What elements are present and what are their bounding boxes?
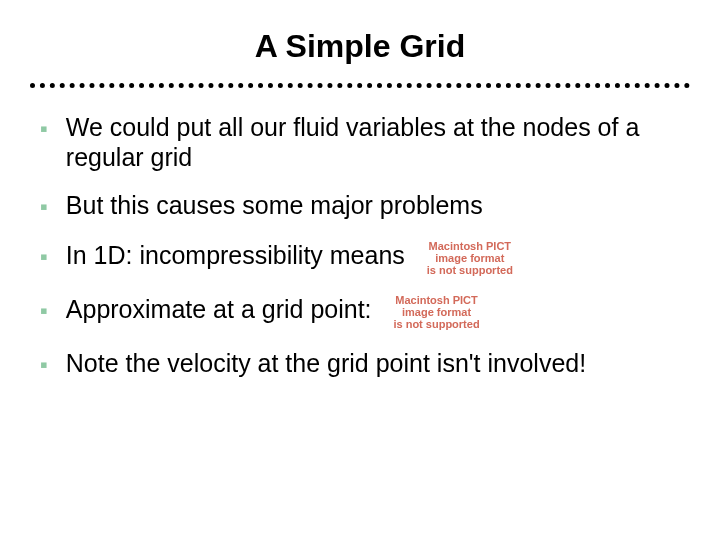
bullet-text: We could put all our fluid variables at … [66, 112, 680, 172]
bullet-icon: ▪ [40, 296, 48, 326]
bullet-icon: ▪ [40, 242, 48, 272]
bullet-body: In 1D: incompressibility means Macintosh… [66, 240, 680, 276]
pict-placeholder: Macintosh PICT image format is not suppo… [382, 294, 492, 330]
bullet-list: ▪ We could put all our fluid variables a… [0, 112, 720, 380]
bullet-text: In 1D: incompressibility means [66, 240, 405, 270]
pict-line: image format [382, 306, 492, 318]
bullet-body: Approximate at a grid point: Macintosh P… [66, 294, 680, 330]
bullet-text: Approximate at a grid point: [66, 294, 372, 324]
pict-line: is not supported [382, 318, 492, 330]
bullet-body: We could put all our fluid variables at … [66, 112, 680, 172]
list-item: ▪ Note the velocity at the grid point is… [40, 348, 680, 380]
slide: A Simple Grid ▪ We could put all our flu… [0, 0, 720, 540]
divider [30, 83, 690, 88]
bullet-icon: ▪ [40, 350, 48, 380]
bullet-text: But this causes some major problems [66, 190, 483, 220]
bullet-icon: ▪ [40, 114, 48, 144]
bullet-body: Note the velocity at the grid point isn'… [66, 348, 680, 378]
bullet-icon: ▪ [40, 192, 48, 222]
bullet-text: Note the velocity at the grid point isn'… [66, 348, 586, 378]
bullet-body: But this causes some major problems [66, 190, 680, 220]
list-item: ▪ In 1D: incompressibility means Macinto… [40, 240, 680, 276]
pict-line: Macintosh PICT [382, 294, 492, 306]
pict-line: Macintosh PICT [415, 240, 525, 252]
list-item: ▪ We could put all our fluid variables a… [40, 112, 680, 172]
pict-placeholder: Macintosh PICT image format is not suppo… [415, 240, 525, 276]
pict-line: is not supported [415, 264, 525, 276]
list-item: ▪ But this causes some major problems [40, 190, 680, 222]
list-item: ▪ Approximate at a grid point: Macintosh… [40, 294, 680, 330]
page-title: A Simple Grid [0, 0, 720, 83]
pict-line: image format [415, 252, 525, 264]
